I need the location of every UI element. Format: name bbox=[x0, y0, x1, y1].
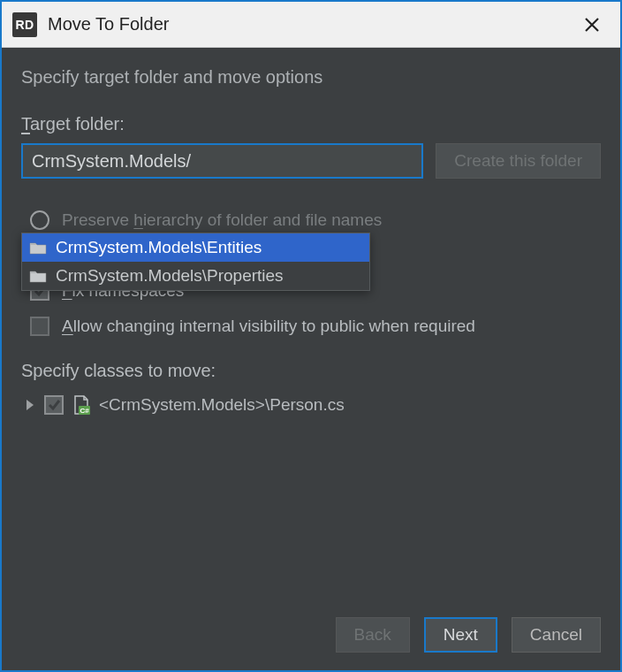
folder-icon bbox=[29, 241, 47, 255]
option-label: Allow changing internal visibility to pu… bbox=[62, 317, 475, 336]
autocomplete-popup: CrmSystem.Models\Entities CrmSystem.Mode… bbox=[21, 233, 370, 291]
dialog-content: Specify target folder and move options T… bbox=[2, 48, 620, 601]
dialog-footer: Back Next Cancel bbox=[2, 601, 620, 670]
tree-item[interactable]: C# <CrmSystem.Models>\Person.cs bbox=[21, 392, 601, 418]
classes-to-move-label: Specify classes to move: bbox=[21, 361, 601, 381]
label-text: arget folder: bbox=[30, 114, 125, 134]
next-button[interactable]: Next bbox=[424, 617, 497, 653]
autocomplete-label: CrmSystem.Models\Entities bbox=[56, 238, 262, 257]
autocomplete-label: CrmSystem.Models\Properties bbox=[56, 266, 284, 286]
svg-text:C#: C# bbox=[80, 407, 89, 415]
target-folder-label: Target folder: bbox=[21, 114, 601, 134]
csharp-file-icon: C# bbox=[72, 395, 90, 415]
autocomplete-item[interactable]: CrmSystem.Models\Entities bbox=[22, 233, 369, 262]
close-icon bbox=[584, 17, 600, 33]
back-button[interactable]: Back bbox=[336, 617, 410, 653]
expand-icon[interactable] bbox=[27, 400, 34, 410]
tree-item-label: <CrmSystem.Models>\Person.cs bbox=[99, 395, 345, 415]
option-label: Preserve hierarchy of folder and file na… bbox=[62, 210, 382, 230]
checkbox-icon[interactable] bbox=[44, 395, 64, 415]
titlebar: RD Move To Folder bbox=[2, 2, 620, 48]
checkbox-icon bbox=[30, 317, 49, 336]
autocomplete-item[interactable]: CrmSystem.Models\Properties bbox=[22, 262, 369, 290]
cancel-button[interactable]: Cancel bbox=[512, 617, 601, 653]
dialog-move-to-folder: RD Move To Folder Specify target folder … bbox=[0, 0, 622, 672]
target-folder-row: Create this folder bbox=[21, 143, 601, 179]
classes-tree: C# <CrmSystem.Models>\Person.cs bbox=[21, 388, 601, 422]
radio-icon bbox=[30, 210, 49, 230]
mnemonic: T bbox=[21, 114, 30, 134]
option-allow-visibility[interactable]: Allow changing internal visibility to pu… bbox=[21, 317, 601, 336]
close-button[interactable] bbox=[574, 7, 610, 42]
target-folder-input[interactable] bbox=[21, 143, 423, 179]
dialog-subtitle: Specify target folder and move options bbox=[21, 67, 601, 88]
create-folder-button[interactable]: Create this folder bbox=[436, 143, 601, 179]
folder-icon bbox=[29, 269, 47, 283]
window-title: Move To Folder bbox=[48, 14, 574, 34]
option-preserve-hierarchy[interactable]: Preserve hierarchy of folder and file na… bbox=[21, 210, 601, 230]
app-badge-icon: RD bbox=[12, 12, 37, 37]
